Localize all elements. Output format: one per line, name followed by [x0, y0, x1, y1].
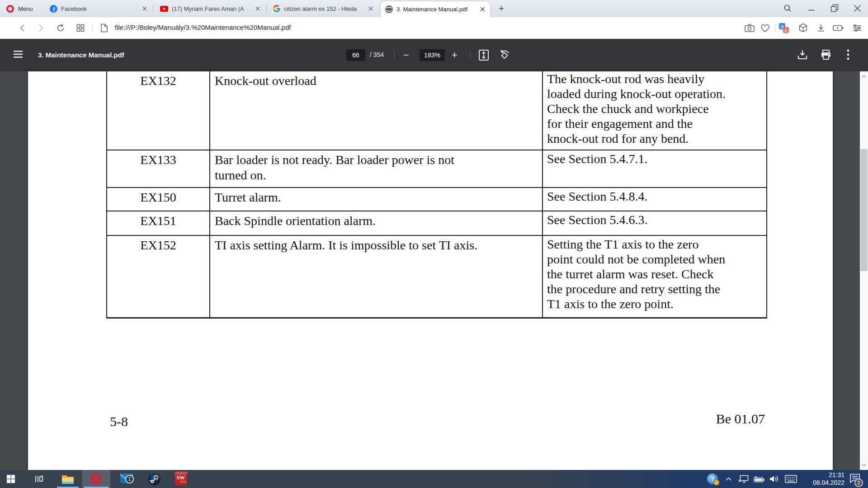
speed-dial-grid-icon[interactable] — [75, 23, 86, 33]
start-button[interactable] — [0, 470, 22, 488]
print-icon[interactable] — [820, 49, 832, 60]
rotate-icon[interactable] — [498, 49, 511, 61]
google-icon — [273, 5, 280, 12]
close-tab-icon[interactable] — [255, 6, 260, 11]
toolbar-separator — [470, 51, 471, 60]
browser-window: Menu f Facebook (17) Myriam Fares Aman (… — [0, 0, 868, 488]
tab-separator — [153, 5, 153, 12]
hidden-icons-chevron[interactable] — [722, 470, 735, 488]
notification-badge: 2 — [854, 479, 863, 487]
taskbar-clock[interactable]: 21:31 08.04.2022 — [799, 470, 844, 488]
pdf-viewport[interactable]: EX132 Knock-out overload The knock-out r… — [0, 71, 868, 470]
tab-separator — [266, 5, 267, 12]
clock-date: 08.04.2022 — [813, 479, 844, 487]
address-bar: file:///P:/Boley/Manuály/3.%20Maintenanc… — [0, 17, 868, 39]
zoom-in-button[interactable]: + — [452, 49, 458, 61]
downloads-icon[interactable] — [816, 23, 826, 33]
tab-strip: Menu f Facebook (17) Myriam Fares Aman (… — [0, 0, 868, 17]
battery-tray-icon[interactable] — [751, 470, 767, 488]
close-tab-icon[interactable] — [480, 6, 486, 12]
more-options-kebab-icon[interactable] — [846, 49, 850, 61]
alarm-remedy-cell: Setting the T1 axis to the zero point co… — [542, 236, 766, 317]
steam-button[interactable] — [143, 470, 165, 488]
alarm-remedy-cell: See Section 5.4.6.3. — [542, 211, 766, 235]
taskbar: 1 SW 2019 ? i — [0, 470, 868, 488]
help-update-tray-icon[interactable]: ? i — [704, 470, 721, 488]
pdf-page: EX132 Knock-out overload The knock-out r… — [28, 71, 833, 470]
page-info-icon[interactable] — [99, 23, 109, 33]
tab-title: (17) Myriam Fares Aman (A — [172, 5, 251, 12]
toolbar-separator — [92, 23, 93, 33]
table-row: EX132 Knock-out overload The knock-out r… — [107, 71, 766, 150]
easy-setup-sliders-icon[interactable] — [852, 23, 863, 33]
alarm-code-cell: EX152 — [107, 236, 209, 317]
opera-taskbar-button[interactable] — [82, 470, 110, 488]
solidworks-label: SW — [177, 475, 185, 480]
toolbar-separator — [394, 51, 395, 60]
alarm-description-cell: Bar loader is not ready. Bar loader powe… — [209, 150, 542, 187]
tab-google-search[interactable]: citizen alarm ex 152 - Hleda — [269, 0, 378, 17]
touch-keyboard-tray-icon[interactable] — [782, 470, 799, 488]
back-icon[interactable] — [17, 23, 28, 33]
toolbar-separator — [775, 23, 775, 33]
opera-menu-button[interactable]: Menu — [6, 0, 33, 17]
new-tab-button[interactable]: + — [495, 2, 508, 15]
pdf-toolbar: 3. Maintenance Manual.pdf 66 / 354 − 183… — [0, 39, 868, 71]
tab-maintenance-manual[interactable]: 3. Maintenance Manual.pdf — [381, 1, 490, 17]
extensions-cube-icon[interactable] — [797, 23, 808, 33]
bookmark-heart-icon[interactable] — [760, 23, 770, 33]
zoom-level-input[interactable]: 183% — [420, 49, 445, 61]
scrollbar-thumb[interactable] — [860, 149, 868, 271]
page-total-label: / 354 — [370, 51, 384, 58]
minimize-button[interactable] — [802, 0, 821, 16]
page-number-footer: 5-8 — [110, 414, 128, 429]
reload-icon[interactable] — [55, 23, 66, 33]
file-explorer-button[interactable] — [55, 470, 80, 488]
volume-tray-icon[interactable] — [767, 470, 782, 488]
facebook-icon: f — [50, 5, 57, 13]
maximize-button[interactable] — [826, 0, 844, 16]
pdf-menu-icon[interactable] — [13, 50, 24, 59]
pdf-document-title: 3. Maintenance Manual.pdf — [38, 51, 124, 59]
action-center-button[interactable]: 2 — [845, 470, 864, 488]
tab-title: Facebook — [61, 5, 138, 12]
alarm-description-cell: Knock-out overload — [209, 71, 542, 150]
close-tab-icon[interactable] — [368, 6, 373, 11]
tab-youtube[interactable]: (17) Myriam Fares Aman (A — [156, 0, 265, 17]
info-badge-icon: i — [714, 480, 719, 485]
solidworks-icon: SW 2019 — [175, 473, 187, 485]
close-tab-icon[interactable] — [142, 6, 147, 11]
alarm-code-cell: EX133 — [107, 150, 209, 187]
alarm-remedy-cell: See Section 5.4.7.1. — [542, 150, 766, 187]
mail-button[interactable]: 1 — [113, 470, 140, 488]
alarm-remedy-cell: The knock-out rod was heavily loaded dur… — [542, 71, 766, 150]
svg-text:f: f — [53, 6, 55, 13]
url-field[interactable]: file:///P:/Boley/Manuály/3.%20Maintenanc… — [115, 23, 291, 31]
page-number-input[interactable]: 66 — [346, 49, 365, 61]
fit-to-page-icon[interactable] — [478, 49, 489, 61]
mail-badge: 1 — [125, 475, 134, 483]
table-row: EX133 Bar loader is not ready. Bar loade… — [107, 150, 766, 187]
scroll-down-icon[interactable] — [860, 461, 868, 469]
task-view-button[interactable] — [28, 470, 50, 488]
scroll-up-icon[interactable] — [860, 72, 868, 80]
alarm-description-cell: Back Spindle orientation alarm. — [209, 211, 542, 235]
windows-logo-icon — [7, 475, 15, 483]
table-row: EX150 Turret alarm. See Section 5.4.8.4. — [107, 187, 766, 211]
tab-title: 3. Maintenance Manual.pdf — [396, 6, 476, 13]
vertical-scrollbar[interactable] — [860, 71, 868, 470]
steam-icon — [148, 473, 160, 485]
tab-facebook[interactable]: f Facebook — [45, 0, 152, 17]
solidworks-button[interactable]: SW 2019 — [169, 470, 193, 488]
search-icon[interactable] — [778, 0, 797, 16]
menu-label: Menu — [18, 5, 33, 12]
translate-icon[interactable]: a あ — [778, 23, 789, 33]
snapshot-camera-icon[interactable] — [744, 23, 755, 33]
alarm-code-table: EX132 Knock-out overload The knock-out r… — [106, 71, 767, 319]
download-icon[interactable] — [797, 49, 808, 61]
close-window-button[interactable] — [848, 0, 866, 16]
forward-icon[interactable] — [35, 23, 46, 33]
battery-saver-icon[interactable] — [833, 23, 844, 33]
network-tray-icon[interactable] — [736, 470, 751, 488]
zoom-out-button[interactable]: − — [403, 49, 409, 61]
